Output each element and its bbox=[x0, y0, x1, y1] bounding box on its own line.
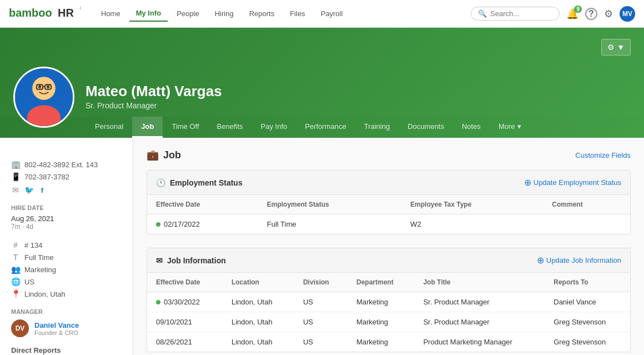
cell-reports-to[interactable]: Greg Stevenson bbox=[545, 312, 630, 332]
col-tax-type: Employee Tax Type bbox=[401, 195, 543, 214]
sidebar-details: # # 134 T Full Time 👥 Marketing 🌐 US 📍 L… bbox=[11, 241, 122, 298]
profile-info: Mateo (Matt) Vargas Sr. Product Manager bbox=[85, 83, 631, 117]
manager-name[interactable]: Daniel Vance bbox=[34, 321, 79, 329]
briefcase-icon: T bbox=[11, 253, 20, 262]
help-button[interactable]: ? bbox=[585, 8, 597, 20]
customize-fields-link[interactable]: Customize Fields bbox=[575, 151, 631, 159]
id-icon: # bbox=[11, 241, 20, 249]
twitter-icon: 🐦 bbox=[24, 186, 33, 194]
svg-point-7 bbox=[47, 85, 50, 88]
sidebar-employment-type: Full Time bbox=[24, 253, 54, 262]
cell-reports-to[interactable]: Daniel Vance bbox=[545, 292, 630, 312]
employment-status-card: 🕐 Employment Status ⊕ Update Employment … bbox=[147, 170, 631, 234]
table-row: 09/10/2021 Lindon, Utah US Marketing Sr.… bbox=[147, 312, 630, 332]
gear-icon: ⚙ bbox=[604, 8, 613, 19]
svg-rect-11 bbox=[28, 113, 60, 126]
profile-gear-button[interactable]: ⚙ ▼ bbox=[601, 39, 631, 56]
employment-status-header: 🕐 Employment Status ⊕ Update Employment … bbox=[147, 171, 630, 195]
tab-pay-info[interactable]: Pay Info bbox=[252, 117, 296, 138]
direct-reports-label: Direct Reports bbox=[11, 346, 122, 354]
tab-benefits[interactable]: Benefits bbox=[208, 117, 252, 138]
col-employment-status: Employment Status bbox=[258, 195, 401, 214]
sidebar-manager: Manager DV Daniel Vance Founder & CRO bbox=[11, 308, 122, 337]
nav-payroll[interactable]: Payroll bbox=[314, 6, 350, 21]
cell-effective-date: 09/10/2021 bbox=[147, 312, 223, 332]
tab-personal[interactable]: Personal bbox=[86, 117, 132, 138]
tab-more[interactable]: More ▾ bbox=[490, 117, 530, 138]
nav-hiring[interactable]: Hiring bbox=[208, 6, 240, 21]
job-information-card: ✉ Job Information ⊕ Update Job Informati… bbox=[147, 248, 631, 352]
sidebar-type-row: T Full Time bbox=[11, 253, 122, 262]
sidebar: 🏢 802-482-3892 Ext. 143 📱 702-387-3782 ✉… bbox=[0, 138, 133, 355]
cell-job-title: Product Marketing Manager bbox=[414, 332, 545, 352]
sidebar-country-row: 🌐 US bbox=[11, 277, 122, 286]
sidebar-phone2-row: 📱 702-387-3782 bbox=[11, 172, 122, 181]
mobile-icon: 📱 bbox=[11, 172, 20, 181]
hire-date-value: Aug 26, 2021 bbox=[11, 214, 122, 223]
cell-job-title: Sr. Product Manager bbox=[414, 312, 545, 332]
cell-department: Marketing bbox=[348, 292, 414, 312]
search-bar[interactable]: 🔍 bbox=[471, 7, 560, 21]
col-ji-effective-date: Effective Date bbox=[147, 273, 223, 292]
notifications-button[interactable]: 🔔 9 bbox=[566, 8, 578, 20]
cell-tax-type: W2 bbox=[401, 214, 543, 234]
manager-info: Daniel Vance Founder & CRO bbox=[34, 321, 79, 336]
sidebar-id-row: # # 134 bbox=[11, 241, 122, 249]
settings-button[interactable]: ⚙ bbox=[604, 8, 613, 20]
job-information-table: Effective Date Location Division Departm… bbox=[147, 273, 630, 352]
sidebar-hire-date: Hire Date Aug 26, 2021 7m · 4d bbox=[11, 204, 122, 231]
col-ji-location: Location bbox=[223, 273, 294, 292]
top-navigation: bamboo HR ® Home My Info People Hiring R… bbox=[0, 0, 644, 28]
sidebar-phone2: 702-387-3782 bbox=[24, 173, 69, 181]
nav-my-info[interactable]: My Info bbox=[129, 6, 168, 22]
update-job-info-link[interactable]: ⊕ Update Job Information bbox=[537, 255, 621, 266]
cell-job-title: Sr. Product Manager bbox=[414, 292, 545, 312]
col-ji-division: Division bbox=[294, 273, 348, 292]
table-row: 08/26/2021 Lindon, Utah US Marketing Pro… bbox=[147, 332, 630, 352]
tab-documents[interactable]: Documents bbox=[399, 117, 453, 138]
col-ji-department: Department bbox=[348, 273, 414, 292]
search-input[interactable] bbox=[490, 9, 552, 18]
tab-job[interactable]: Job bbox=[132, 117, 163, 138]
logo: bamboo HR ® bbox=[9, 4, 81, 23]
job-title-text: Job bbox=[163, 149, 181, 161]
tab-training[interactable]: Training bbox=[355, 117, 399, 138]
sidebar-department: Marketing bbox=[24, 266, 56, 274]
nav-people[interactable]: People bbox=[170, 6, 205, 21]
main-content: 💼 Job Customize Fields 🕐 Employment Stat… bbox=[133, 138, 644, 355]
main-layout: 🏢 802-482-3892 Ext. 143 📱 702-387-3782 ✉… bbox=[0, 138, 644, 355]
update-job-label: Update Job Information bbox=[546, 256, 621, 264]
cell-reports-to[interactable]: Greg Stevenson bbox=[545, 332, 630, 352]
plus-circle-icon-job: ⊕ bbox=[537, 255, 544, 266]
nav-home[interactable]: Home bbox=[94, 6, 127, 21]
employment-status-icon: 🕐 bbox=[156, 178, 165, 187]
tab-time-off[interactable]: Time Off bbox=[163, 117, 208, 138]
sidebar-location-row: 📍 Lindon, Utah bbox=[11, 289, 122, 298]
user-avatar-nav[interactable]: MV bbox=[620, 6, 635, 22]
tab-notes[interactable]: Notes bbox=[453, 117, 490, 138]
cell-division: US bbox=[294, 332, 348, 352]
sidebar-phone1-row: 🏢 802-482-3892 Ext. 143 bbox=[11, 160, 122, 169]
cell-division: US bbox=[294, 312, 348, 332]
hire-date-label: Hire Date bbox=[11, 204, 122, 211]
sidebar-dept-row: 👥 Marketing bbox=[11, 265, 122, 274]
job-section-title: 💼 Job bbox=[147, 149, 181, 161]
cell-effective-date: 02/17/2022 bbox=[147, 214, 258, 234]
gear-icon: ⚙ bbox=[607, 43, 615, 52]
nav-files[interactable]: Files bbox=[283, 6, 311, 21]
sidebar-location: Lindon, Utah bbox=[24, 290, 66, 298]
svg-text:®: ® bbox=[80, 6, 81, 11]
cell-effective-date: 03/30/2022 bbox=[147, 292, 223, 312]
profile-avatar bbox=[13, 67, 74, 128]
cell-department: Marketing bbox=[348, 332, 414, 352]
people-icon: 👥 bbox=[11, 265, 20, 274]
cell-division: US bbox=[294, 292, 348, 312]
svg-point-4 bbox=[32, 77, 56, 100]
manager-row: DV Daniel Vance Founder & CRO bbox=[11, 319, 122, 337]
plus-circle-icon: ⊕ bbox=[524, 177, 531, 188]
col-comment: Comment bbox=[543, 195, 630, 214]
tab-performance[interactable]: Performance bbox=[296, 117, 355, 138]
cell-location: Lindon, Utah bbox=[223, 292, 294, 312]
update-employment-status-link[interactable]: ⊕ Update Employment Status bbox=[524, 177, 621, 188]
nav-reports[interactable]: Reports bbox=[243, 6, 281, 21]
